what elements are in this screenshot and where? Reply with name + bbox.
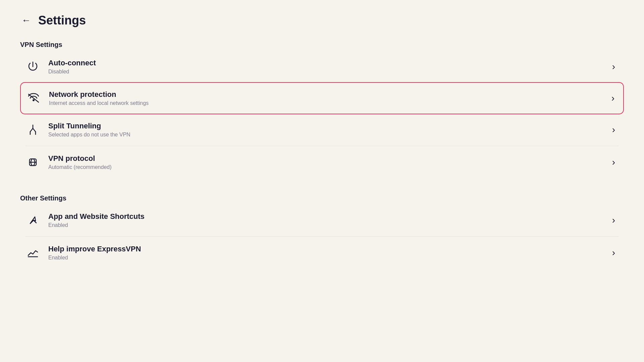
section-title-vpn-settings: VPN Settings (20, 41, 624, 49)
settings-item-app-website-shortcuts[interactable]: App and Website ShortcutsEnabled› (20, 205, 624, 236)
settings-item-left-vpn-protocol: VPN protocolAutomatic (recommended) (25, 154, 112, 170)
settings-item-left-auto-connect: Auto-connectDisabled (25, 59, 96, 75)
settings-list-vpn-settings: Auto-connectDisabled› Network protection… (20, 51, 624, 178)
settings-item-left-help-improve: Help improve ExpressVPNEnabled (25, 245, 141, 261)
settings-list-other-settings: App and Website ShortcutsEnabled› Help i… (20, 205, 624, 268)
settings-text-split-tunneling: Split TunnelingSelected apps do not use … (48, 122, 130, 138)
split-tunneling-icon (25, 122, 40, 137)
section-title-other-settings: Other Settings (20, 194, 624, 202)
chevron-icon-vpn-protocol: › (612, 157, 615, 168)
settings-sublabel-network-protection: Internet access and local network settin… (49, 100, 149, 106)
settings-label-help-improve: Help improve ExpressVPN (48, 245, 141, 253)
chevron-icon-help-improve: › (612, 247, 615, 258)
divider (25, 146, 619, 146)
power-icon (25, 59, 40, 74)
settings-item-left-network-protection: Network protectionInternet access and lo… (26, 90, 149, 106)
svg-point-0 (33, 99, 35, 101)
settings-item-split-tunneling[interactable]: Split TunnelingSelected apps do not use … (20, 114, 624, 145)
back-button[interactable]: ← (20, 14, 32, 27)
settings-label-app-website-shortcuts: App and Website Shortcuts (48, 212, 145, 221)
analytics-icon (25, 245, 40, 260)
vpn-protocol-icon (25, 155, 40, 170)
settings-text-network-protection: Network protectionInternet access and lo… (49, 90, 149, 106)
page-header: ← Settings (20, 13, 624, 27)
settings-label-vpn-protocol: VPN protocol (48, 154, 112, 163)
network-protection-icon (26, 91, 41, 106)
settings-sublabel-vpn-protocol: Automatic (recommended) (48, 164, 112, 170)
sections-container: VPN Settings Auto-connectDisabled› Netwo… (20, 41, 624, 268)
settings-sublabel-auto-connect: Disabled (48, 69, 96, 75)
shortcuts-icon (25, 213, 40, 228)
settings-text-help-improve: Help improve ExpressVPNEnabled (48, 245, 141, 261)
settings-item-network-protection[interactable]: Network protectionInternet access and lo… (20, 82, 624, 114)
settings-sublabel-app-website-shortcuts: Enabled (48, 222, 145, 228)
chevron-icon-network-protection: › (611, 93, 614, 104)
settings-sublabel-split-tunneling: Selected apps do not use the VPN (48, 132, 130, 138)
settings-text-vpn-protocol: VPN protocolAutomatic (recommended) (48, 154, 112, 170)
settings-label-network-protection: Network protection (49, 90, 149, 99)
chevron-icon-split-tunneling: › (612, 124, 615, 135)
chevron-icon-app-website-shortcuts: › (612, 215, 615, 226)
settings-item-vpn-protocol[interactable]: VPN protocolAutomatic (recommended)› (20, 147, 624, 178)
settings-sublabel-help-improve: Enabled (48, 255, 141, 261)
settings-label-auto-connect: Auto-connect (48, 59, 96, 67)
settings-item-left-split-tunneling: Split TunnelingSelected apps do not use … (25, 122, 130, 138)
settings-item-help-improve[interactable]: Help improve ExpressVPNEnabled› (20, 237, 624, 268)
divider (25, 236, 619, 237)
page-title: Settings (38, 13, 86, 27)
settings-text-auto-connect: Auto-connectDisabled (48, 59, 96, 75)
chevron-icon-auto-connect: › (612, 61, 615, 72)
settings-item-left-app-website-shortcuts: App and Website ShortcutsEnabled (25, 212, 145, 228)
settings-page: ← Settings VPN Settings Auto-connectDisa… (0, 0, 644, 282)
settings-label-split-tunneling: Split Tunneling (48, 122, 130, 130)
settings-text-app-website-shortcuts: App and Website ShortcutsEnabled (48, 212, 145, 228)
settings-item-auto-connect[interactable]: Auto-connectDisabled› (20, 51, 624, 82)
